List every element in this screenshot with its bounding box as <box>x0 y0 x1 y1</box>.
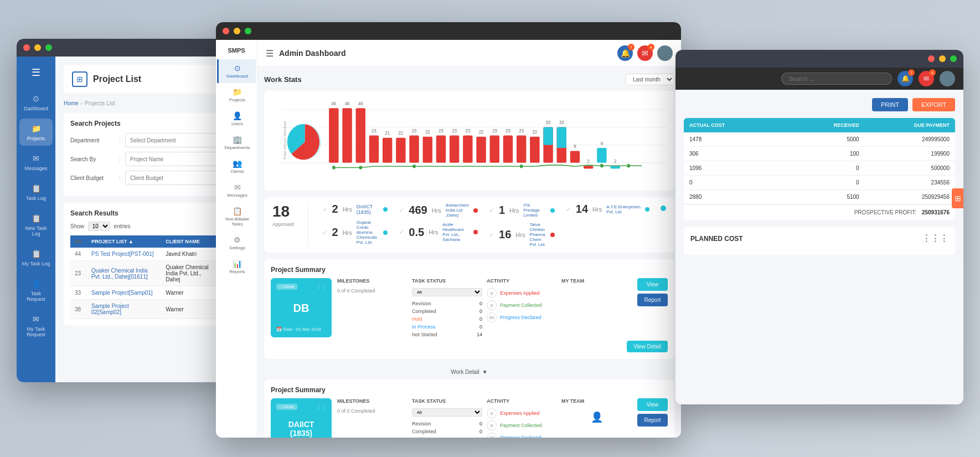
sidebar-item-messages[interactable]: ✉ Messages <box>19 148 53 176</box>
budget-input[interactable] <box>125 171 218 185</box>
sidebar-taskrequest-label: Task Request <box>22 291 50 302</box>
stat-row-05hrs: ✓ 0.5 Hrs Aciife Healthcare Pvt. Ltd., S… <box>399 222 478 242</box>
projects-main-content: ⊞ Project List Home › Projects List Sear… <box>55 57 233 382</box>
ps-col-taskstatus-1: TASK STATUS All Revision 0 Completed 0 <box>412 278 482 337</box>
smps-projects-icon: 📁 <box>233 88 242 96</box>
cost-row: 306 100 199900 <box>684 147 955 161</box>
work-detail-bar[interactable]: Work Detail ▼ <box>264 364 674 379</box>
sidebar-item-taskrequest[interactable]: 👤 Task Request <box>19 274 53 306</box>
minimize-dot[interactable] <box>34 44 41 51</box>
user-avatar[interactable] <box>657 45 673 61</box>
right-search-input[interactable] <box>781 73 892 85</box>
sidebar-dashboard-label: Dashboard <box>24 106 48 111</box>
search-card: Search Projects Department : Search By :… <box>64 113 224 196</box>
svg-text:23: 23 <box>519 129 524 133</box>
svg-rect-19 <box>423 137 432 163</box>
maximize-dot[interactable] <box>45 44 52 51</box>
smps-nav-dashboard[interactable]: ⊙ Dashboard <box>217 59 256 83</box>
right-avatar[interactable] <box>940 71 955 86</box>
view-btn-1[interactable]: View <box>637 278 668 291</box>
notification-mail[interactable]: ✉ 4 <box>637 45 653 61</box>
ps-card-1: ○ Close ⋮⋮ DB 📅 Date : 01 Mar 2018 MILES… <box>271 278 668 337</box>
sidebar-item-projects[interactable]: 📁 Projects <box>19 119 53 146</box>
smps-nav-nonbillable[interactable]: 📋 Non-Billable Tasks <box>217 202 256 231</box>
svg-rect-43 <box>570 151 580 162</box>
maximize-dot-center[interactable] <box>245 28 251 34</box>
svg-rect-31 <box>503 136 513 163</box>
ps-close-btn-1[interactable]: ○ Close <box>276 284 297 290</box>
smps-nav-users[interactable]: 👤 Users <box>217 107 256 131</box>
smps-nav-clients[interactable]: 👥 Clients <box>217 155 256 178</box>
sidebar-item-dashboard[interactable]: ⊙ Dashboard <box>19 89 53 116</box>
ps-close-btn-2[interactable]: ○ Close <box>276 404 297 410</box>
row-client: Warner <box>161 300 218 319</box>
svg-point-51 <box>332 166 336 169</box>
right-notif-bell[interactable]: 🔔 7 <box>898 71 913 86</box>
sidebar-item-tasklog[interactable]: 📋 Task Log <box>19 178 53 206</box>
smps-dashboard-label: Dashboard <box>226 74 248 79</box>
sidebar-item-mytasklog[interactable]: 📋 My Task Log <box>19 244 53 271</box>
view-btn-2[interactable]: View <box>637 398 668 411</box>
entries-select[interactable]: 102550 <box>88 222 110 231</box>
smps-departments-icon: 🏢 <box>233 135 242 144</box>
svg-point-55 <box>600 164 604 167</box>
print-button[interactable]: PRINT <box>872 98 908 111</box>
table-row: 44 PS Test Project[PST-001] Javed Khatri <box>70 248 218 261</box>
svg-rect-38 <box>543 127 553 145</box>
smps-nav-projects[interactable]: 📁 Projects <box>217 83 256 107</box>
topbar-right: 🔔 7 ✉ 4 <box>617 45 673 61</box>
task-filter-1[interactable]: All <box>412 288 482 296</box>
export-button[interactable]: EXPORT <box>912 98 955 111</box>
stat-row-2hrs-2: ✓ 2 Hrs Gujarat Credo Alumina Chemicals … <box>322 220 388 245</box>
hamburger-button[interactable]: ☰ <box>19 62 53 83</box>
topbar-hamburger[interactable]: ☰ <box>266 48 274 59</box>
sidebar-item-newtasklog[interactable]: 📋 New Task Log <box>19 208 53 241</box>
smps-nav-departments[interactable]: 🏢 Departments <box>217 131 256 155</box>
smps-nav-reports[interactable]: 📊 Reports <box>217 255 256 279</box>
ps-col-myteam-2: MY TEAM 👤 <box>561 398 632 438</box>
smps-nav-settings[interactable]: ⚙ Settings <box>217 231 256 255</box>
work-detail-chevron: ▼ <box>482 369 488 375</box>
minimize-dot-center[interactable] <box>234 28 240 34</box>
stat-group-2: ✓ 469 Hrs Alsharchem India Ltd ,Dahej <box>399 203 478 247</box>
ps-menu-icon-1[interactable]: ⋮⋮ <box>316 284 326 290</box>
maximize-dot-right[interactable] <box>950 55 957 62</box>
smps-sidebar: SMPS ⊙ Dashboard 📁 Projects 👤 Users 🏢 De… <box>216 40 257 438</box>
page-header: ⊞ Project List <box>64 65 224 94</box>
task-filter-2[interactable]: All <box>412 408 482 417</box>
svg-rect-9 <box>356 108 365 163</box>
ps-title-2: Project Summary <box>271 386 668 394</box>
report-btn-1[interactable]: Report <box>637 294 668 306</box>
sidebar-mytaskrequest-label: My Task Request <box>22 326 50 337</box>
breadcrumb-home[interactable]: Home <box>64 100 79 106</box>
planned-cost-menu[interactable]: ⋮⋮⋮ <box>922 233 948 244</box>
report-btn-2[interactable]: Report <box>637 414 668 427</box>
time-filter-select[interactable]: Last month Last week Last year <box>626 74 674 85</box>
row-sr: 44 <box>70 248 87 261</box>
svg-text:46: 46 <box>332 101 337 106</box>
svg-point-52 <box>359 166 362 169</box>
close-dot-right[interactable] <box>928 55 935 62</box>
close-dot[interactable] <box>23 44 30 51</box>
svg-rect-21 <box>436 136 446 163</box>
project-summary-2: Project Summary ○ Close ⋮⋮ DAIICT (1835)… <box>264 379 674 438</box>
orange-tab[interactable]: ⊞ <box>952 188 963 208</box>
minimize-dot-right[interactable] <box>939 55 946 62</box>
ps-col-milestones-1: MILESTONES 0 of 0 Completed <box>337 278 408 337</box>
svg-rect-45 <box>584 166 593 168</box>
smps-messages-icon: ✉ <box>234 183 241 192</box>
notification-bell[interactable]: 🔔 7 <box>617 45 633 61</box>
smps-nav-messages[interactable]: ✉ Messages <box>217 178 256 202</box>
view-detail-btn-1[interactable]: View Detail <box>627 341 668 352</box>
ps-columns-1: MILESTONES 0 of 0 Completed TASK STATUS … <box>337 278 632 337</box>
cost-table-header: ACTUAL COST RECEIVED DUE PAYMENT <box>684 118 955 132</box>
sidebar-item-mytaskrequest[interactable]: ✉ My Task Request <box>19 309 53 342</box>
right-notif-mail[interactable]: ✉ 4 <box>919 71 934 86</box>
ps-menu-icon-2[interactable]: ⋮⋮ <box>316 404 326 410</box>
searchby-input[interactable] <box>125 152 218 166</box>
cost-rows: 1478 5000 249995000 306 100 199900 1096 … <box>684 132 955 204</box>
svg-text:21: 21 <box>399 131 404 136</box>
svg-rect-41 <box>557 127 566 148</box>
close-dot-center[interactable] <box>223 28 229 34</box>
department-input[interactable] <box>125 133 218 147</box>
